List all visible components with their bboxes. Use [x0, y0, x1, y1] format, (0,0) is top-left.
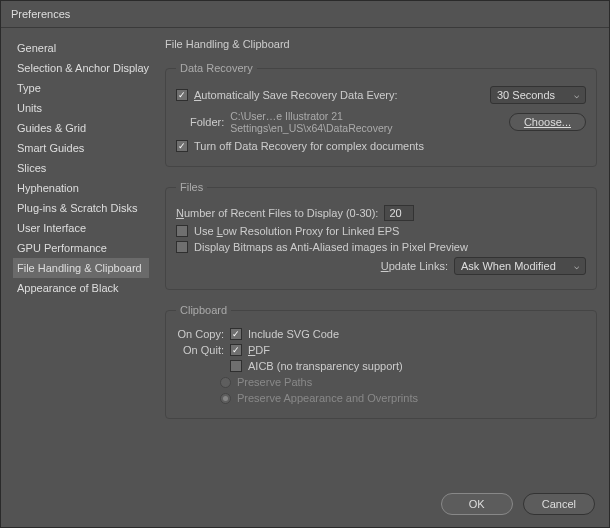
group-data-recovery: Data Recovery Automatically Save Recover… [165, 62, 597, 167]
label-preserve-appearance: Preserve Appearance and Overprints [237, 392, 418, 404]
sidebar-item[interactable]: Plug-ins & Scratch Disks [13, 198, 149, 218]
group-files: Files Number of Recent Files to Display … [165, 181, 597, 290]
select-update-links[interactable]: Ask When Modified ⌵ [454, 257, 586, 275]
window-title: Preferences [11, 8, 70, 20]
label-include-svg: Include SVG Code [248, 328, 339, 340]
label-preserve-paths: Preserve Paths [237, 376, 312, 388]
preferences-window: Preferences GeneralSelection & Anchor Di… [0, 0, 610, 528]
sidebar-item[interactable]: Smart Guides [13, 138, 149, 158]
sidebar-item[interactable]: Slices [13, 158, 149, 178]
sidebar-item[interactable]: Type [13, 78, 149, 98]
label-aicb: AICB (no transparency support) [248, 360, 403, 372]
panel-title: File Handling & Clipboard [165, 38, 597, 50]
legend-clipboard: Clipboard [176, 304, 231, 316]
sidebar-item[interactable]: User Interface [13, 218, 149, 238]
label-recent-files: Number of Recent Files to Display (0-30)… [176, 207, 378, 219]
sidebar: GeneralSelection & Anchor DisplayTypeUni… [13, 38, 149, 481]
checkbox-pdf[interactable] [230, 344, 242, 356]
label-low-res-proxy: Use Low Resolution Proxy for Linked EPS [194, 225, 399, 237]
sidebar-item[interactable]: Selection & Anchor Display [13, 58, 149, 78]
input-recent-files[interactable]: 20 [384, 205, 414, 221]
radio-preserve-paths [220, 377, 231, 388]
checkbox-auto-save-recovery[interactable] [176, 89, 188, 101]
checkbox-turnoff-complex[interactable] [176, 140, 188, 152]
checkbox-aicb[interactable] [230, 360, 242, 372]
checkbox-include-svg[interactable] [230, 328, 242, 340]
sidebar-item[interactable]: File Handling & Clipboard [13, 258, 149, 278]
footer: OK Cancel [1, 485, 609, 527]
label-on-copy: On Copy: [176, 328, 224, 340]
content-panel: File Handling & Clipboard Data Recovery … [165, 38, 597, 481]
label-update-links: Update Links: [381, 260, 448, 272]
sidebar-item[interactable]: General [13, 38, 149, 58]
titlebar: Preferences [1, 1, 609, 28]
sidebar-item[interactable]: Units [13, 98, 149, 118]
radio-preserve-appearance [220, 393, 231, 404]
group-clipboard: Clipboard On Copy: Include SVG Code On Q… [165, 304, 597, 419]
folder-label: Folder: [190, 116, 224, 128]
label-pdf: PDF [248, 344, 270, 356]
sidebar-item[interactable]: Guides & Grid [13, 118, 149, 138]
label-display-bitmaps: Display Bitmaps as Anti-Aliased images i… [194, 241, 468, 253]
label-on-quit: On Quit: [176, 344, 224, 356]
cancel-button[interactable]: Cancel [523, 493, 595, 515]
label-auto-save-recovery: Automatically Save Recovery Data Every: [194, 89, 398, 101]
chevron-down-icon: ⌵ [574, 90, 579, 100]
select-recovery-interval[interactable]: 30 Seconds ⌵ [490, 86, 586, 104]
choose-folder-button[interactable]: Choose... [509, 113, 586, 131]
sidebar-item[interactable]: Appearance of Black [13, 278, 149, 298]
ok-button[interactable]: OK [441, 493, 513, 515]
chevron-down-icon: ⌵ [574, 261, 579, 271]
sidebar-item[interactable]: GPU Performance [13, 238, 149, 258]
legend-data-recovery: Data Recovery [176, 62, 257, 74]
sidebar-item[interactable]: Hyphenation [13, 178, 149, 198]
label-turnoff-complex: Turn off Data Recovery for complex docum… [194, 140, 424, 152]
checkbox-low-res-proxy[interactable] [176, 225, 188, 237]
folder-path: C:\User…e Illustrator 21 Settings\en_US\… [230, 110, 503, 134]
checkbox-display-bitmaps[interactable] [176, 241, 188, 253]
legend-files: Files [176, 181, 207, 193]
